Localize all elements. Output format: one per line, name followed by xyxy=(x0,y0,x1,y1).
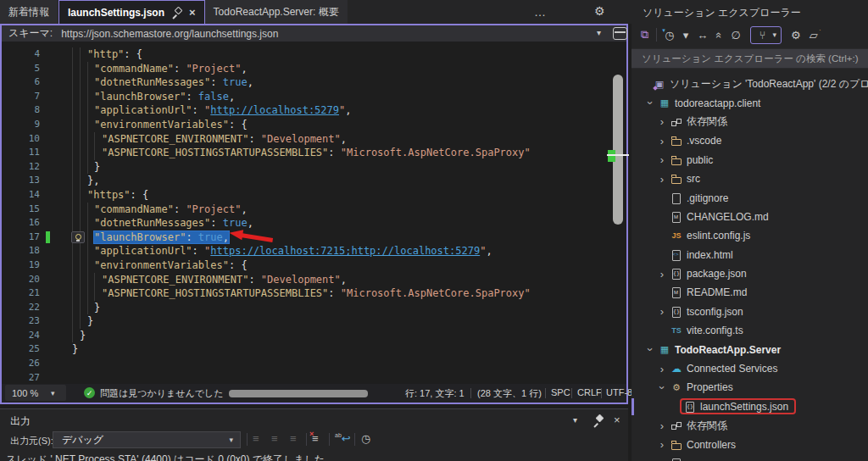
split-window-icon[interactable] xyxy=(613,27,627,40)
code-line[interactable]: 4"http": { xyxy=(2,47,611,62)
view-scope-toggle-icon-box[interactable]: ⑂▾ xyxy=(750,26,782,44)
chevron-down-icon[interactable]: › xyxy=(644,96,657,111)
chevron-down-icon[interactable]: ▾ xyxy=(597,28,601,37)
timestamp-clock-icon[interactable]: ◷ xyxy=(361,432,370,445)
tree-item[interactable]: ›public xyxy=(632,151,868,169)
code-line[interactable]: 5"commandName": "Project", xyxy=(2,62,611,76)
go-to-next-message-icon[interactable]: ≡ xyxy=(271,432,278,445)
tree-item[interactable]: TSvite.config.ts xyxy=(632,321,868,340)
tree-item[interactable]: ›src xyxy=(632,169,868,188)
code-line[interactable]: 24} xyxy=(2,329,611,343)
tree-item[interactable]: ›Controllers xyxy=(632,435,868,453)
code-line[interactable]: 11"ASPNETCORE_HOSTINGSTARTUPASSEMBLIES":… xyxy=(2,146,611,160)
tree-item[interactable]: ▣ソリューション 'TodoReactApp' (2/2 のプロジェクト) xyxy=(632,75,868,93)
tree-item[interactable]: ›依存関係 xyxy=(632,416,868,435)
code-editor[interactable]: 4"http": {5"commandName": "Project",6"do… xyxy=(2,42,611,384)
gear-icon[interactable]: ⚙ xyxy=(594,4,605,18)
chevron-right-icon[interactable]: › xyxy=(654,268,670,280)
code-line[interactable]: 17"launchBrowser": true, xyxy=(2,230,611,245)
more-options-icon[interactable]: … xyxy=(534,5,547,19)
chevron-down-icon[interactable]: ▾ xyxy=(573,415,577,425)
tree-item[interactable]: ›依存関係 xyxy=(632,113,868,131)
tab-whats-new[interactable]: 新着情報 xyxy=(0,0,58,24)
tree-item[interactable]: README.md xyxy=(632,283,868,302)
code-line[interactable]: 20"ASPNETCORE_ENVIRONMENT": "Development… xyxy=(2,273,611,287)
chevron-right-icon[interactable]: › xyxy=(654,305,670,318)
chevron-right-icon[interactable]: › xyxy=(654,363,670,375)
code-line[interactable]: 13}, xyxy=(2,174,611,188)
code-line[interactable]: 22} xyxy=(2,301,611,315)
code-line[interactable]: 26 xyxy=(2,357,611,371)
tree-item[interactable]: CHANGELOG.md xyxy=(632,208,868,226)
tree-item[interactable]: .gitignore xyxy=(632,188,868,207)
code-line[interactable]: 12} xyxy=(2,160,611,175)
code-line[interactable]: 27 xyxy=(2,371,611,384)
new-item-icon[interactable]: ▱· xyxy=(810,29,818,42)
tree-item[interactable]: ›▦todoreactapp.client xyxy=(632,93,868,112)
close-icon[interactable]: × xyxy=(189,6,196,19)
filter-chevron-icon[interactable]: ▾ xyxy=(683,29,689,42)
zoom-control[interactable]: 100 % ▾ xyxy=(5,385,66,401)
preview-selected-items-icon[interactable]: ∅ xyxy=(731,29,740,42)
close-icon[interactable]: × xyxy=(614,414,620,426)
tree-item[interactable]: ›tsconfig.json xyxy=(632,303,868,321)
view-scope-toggle-icon[interactable]: ⑂ xyxy=(760,29,766,42)
code-line[interactable]: 6"dotnetRunMessages": true, xyxy=(2,75,611,90)
chevron-down-icon[interactable]: › xyxy=(656,380,669,395)
tab-launchsettings-json[interactable]: launchSettings.json × xyxy=(58,0,205,24)
chevron-right-icon[interactable]: › xyxy=(654,419,670,432)
code-line[interactable]: 8"applicationUrl": "http://localhost:527… xyxy=(2,103,611,118)
solution-explorer-search[interactable]: ソリューション エクスプローラー の検索 (Ctrl+:) xyxy=(632,48,868,69)
pin-icon[interactable] xyxy=(593,415,604,425)
clear-selection-icon[interactable]: ≡ xyxy=(290,432,297,445)
chevron-right-icon[interactable]: › xyxy=(654,135,670,147)
code-line[interactable]: 7"launchBrowser": false, xyxy=(2,90,611,104)
tree-item[interactable]: ›▦TodoReactApp.Server xyxy=(632,340,868,358)
tree-item[interactable]: ›.vscode xyxy=(632,131,868,150)
pin-icon[interactable] xyxy=(172,8,182,18)
chevron-right-icon[interactable]: › xyxy=(654,438,670,451)
horizontal-scrollbar-thumb[interactable] xyxy=(229,390,368,397)
chevron-right-icon[interactable]: › xyxy=(654,153,670,166)
tree-item[interactable]: launchSettings.json xyxy=(632,397,868,416)
tree-item[interactable]: ›⚙Properties xyxy=(632,378,868,397)
tab-todoreactapp-server-overview[interactable]: TodoReactApp.Server: 概要 xyxy=(205,0,348,24)
code-line[interactable]: 19"environmentVariables": { xyxy=(2,258,611,273)
code-line[interactable]: 14"https": { xyxy=(2,188,611,203)
tree-item[interactable]: index.html xyxy=(632,246,868,264)
go-to-previous-message-icon[interactable]: ≡ xyxy=(253,432,259,445)
tree-item[interactable]: ›package.json xyxy=(632,264,868,283)
line-ending-mode[interactable]: CRLF xyxy=(577,387,602,397)
code-line[interactable]: 9"environmentVariables": { xyxy=(2,118,611,132)
chevron-right-icon[interactable]: › xyxy=(654,458,670,461)
encoding[interactable]: UTF-8 xyxy=(606,387,632,397)
tab-label: TodoReactApp.Server: 概要 xyxy=(214,5,339,19)
code-line[interactable]: 23} xyxy=(2,314,611,329)
word-wrap-icon[interactable]: ab↩ xyxy=(335,432,351,445)
sync-with-active-document-icon[interactable]: ↔ xyxy=(697,29,708,42)
code-token: "Microsoft.AspNetCore.SpaProxy" xyxy=(341,287,531,299)
collapse-all-icon[interactable]: « xyxy=(713,31,726,37)
chevron-down-icon[interactable]: › xyxy=(644,342,657,358)
pending-changes-filter-icon[interactable]: ◷▾ xyxy=(665,29,674,42)
chevron-right-icon[interactable]: › xyxy=(654,173,670,186)
tree-item-label: index.html xyxy=(687,249,733,261)
schema-value[interactable]: https://json.schemastore.org/launchsetti… xyxy=(61,28,278,40)
output-source-select[interactable]: デバッグ ▾ xyxy=(53,431,241,448)
code-line[interactable]: 16"dotnetRunMessages": true, xyxy=(2,216,611,230)
code-line[interactable]: 25} xyxy=(2,342,611,357)
tree-item[interactable]: JSeslint.config.js xyxy=(632,226,868,245)
tree-item[interactable]: ›☁Connected Services xyxy=(632,359,868,378)
clear-all-icon[interactable]: ≡× xyxy=(312,432,319,445)
whitespace-mode[interactable]: SPC xyxy=(551,387,570,397)
switch-views-icon[interactable]: ⧉ xyxy=(641,28,648,42)
code-line[interactable]: 15"commandName": "Project", xyxy=(2,203,611,217)
tree-item-label: Connected Services xyxy=(687,363,777,375)
properties-wrench-icon[interactable]: ⚙ xyxy=(791,29,801,42)
tree-item[interactable]: › xyxy=(632,454,868,461)
code-line[interactable]: 21"ASPNETCORE_HOSTINGSTARTUPASSEMBLIES":… xyxy=(2,286,611,301)
lightbulb-icon[interactable] xyxy=(71,231,85,243)
code-line[interactable]: 10"ASPNETCORE_ENVIRONMENT": "Development… xyxy=(2,132,611,147)
code-line[interactable]: 18"applicationUrl": "https://localhost:7… xyxy=(2,244,611,258)
chevron-right-icon[interactable]: › xyxy=(654,115,670,128)
